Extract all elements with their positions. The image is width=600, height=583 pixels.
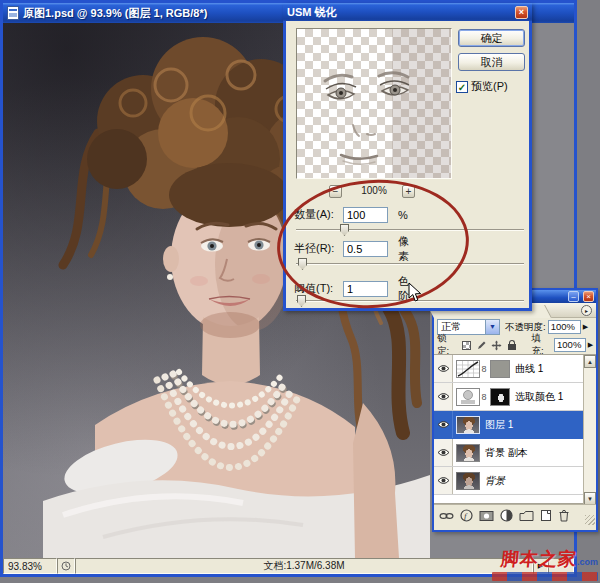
layer-row-selective-color[interactable]: 8 选取颜色 1 (434, 383, 596, 411)
radius-row: 半径(R): 像素 (294, 240, 334, 257)
visibility-eye-icon[interactable] (434, 355, 453, 382)
layer-name[interactable]: 选取颜色 1 (515, 390, 563, 404)
threshold-row: 阈值(T): 色阶 (294, 280, 333, 297)
lock-pixels-brush-icon[interactable] (476, 339, 488, 351)
add-layer-mask-icon[interactable] (479, 510, 494, 522)
scroll-up-icon[interactable]: ▲ (584, 355, 596, 368)
cancel-button[interactable]: 取消 (458, 53, 525, 71)
fill-slider-arrow-icon[interactable]: ▶ (588, 341, 593, 349)
lock-transparency-icon[interactable] (461, 339, 473, 351)
dialog-titlebar[interactable]: USM 锐化 × (283, 3, 532, 21)
amount-unit: % (398, 209, 408, 221)
lock-all-icon[interactable] (506, 339, 518, 351)
radius-input[interactable] (343, 241, 388, 257)
panel-resize-grip[interactable] (585, 515, 595, 525)
sharpen-preview[interactable] (296, 28, 452, 179)
preview-checkbox-row[interactable]: ✓ 预览(P) (456, 79, 508, 94)
document-size-field: 文档:1.37M/6.38M (75, 558, 533, 574)
layers-scrollbar[interactable]: ▲ ▼ (583, 355, 596, 505)
document-title: 原图1.psd @ 93.9% (图层 1, RGB/8*) (23, 6, 207, 21)
new-adjustment-layer-icon[interactable] (500, 509, 513, 522)
panel-menu-button[interactable]: ▸ (581, 305, 592, 316)
opacity-field[interactable]: 100% (548, 320, 581, 334)
preview-checkbox-label: 预览(P) (471, 79, 508, 94)
amount-slider-thumb[interactable] (340, 224, 349, 236)
lock-row: 锁定: 填充: 100% ▶ (434, 336, 596, 354)
fill-field[interactable]: 100% (554, 338, 586, 352)
status-icon-box (57, 558, 75, 574)
panel-close-button[interactable]: × (583, 291, 594, 302)
watermark: 脚本之家.com (492, 547, 598, 581)
usm-sharpen-dialog: USM 锐化 × − 100% + 确定 取消 ✓ (283, 3, 532, 311)
mask-link-icon[interactable]: 8 (480, 364, 488, 374)
layer-row-background[interactable]: 背景 (434, 467, 596, 495)
chevron-down-icon[interactable]: ▼ (485, 320, 499, 334)
preview-zoom-level: 100% (348, 185, 400, 196)
visibility-eye-icon[interactable] (434, 383, 453, 410)
layer-thumbnail[interactable] (456, 444, 480, 462)
threshold-slider-thumb[interactable] (297, 295, 306, 307)
curves-adjustment-thumbnail[interactable] (456, 360, 480, 378)
preview-zoom-in-button[interactable]: + (402, 185, 415, 198)
layer-mask-thumbnail[interactable] (490, 388, 510, 406)
layers-panel-toolbar: f (434, 504, 596, 526)
amount-row: 数量(A): % (294, 206, 334, 223)
layer-mask-thumbnail[interactable] (490, 360, 510, 378)
watermark-suffix: .com (577, 557, 598, 567)
layer-name[interactable]: 曲线 1 (515, 362, 543, 376)
dialog-close-button[interactable]: × (515, 6, 528, 19)
watermark-title: 脚本之家 (500, 547, 579, 571)
layers-panel: – × ▸ 正常 ▼ 不透明度: 100% ▶ 锁定: (432, 288, 598, 532)
preview-zoom-out-button[interactable]: − (329, 185, 342, 198)
layer-name[interactable]: 背景 副本 (485, 446, 528, 460)
zoom-level-value: 93.83% (8, 561, 42, 572)
layer-row-layer1-selected[interactable]: 图层 1 (434, 411, 596, 439)
layer-row-background-copy[interactable]: 背景 副本 (434, 439, 596, 467)
lock-position-move-icon[interactable] (491, 339, 503, 351)
visibility-eye-icon[interactable] (434, 439, 453, 466)
status-clock-icon (61, 561, 71, 571)
opacity-slider-arrow-icon[interactable]: ▶ (583, 323, 588, 331)
amount-slider[interactable] (296, 229, 524, 231)
photoshop-workspace: 原图1.psd @ 93.9% (图层 1, RGB/8*) (0, 0, 600, 583)
watermark-subtext-strip (492, 572, 598, 581)
psd-file-icon (7, 6, 19, 20)
amount-label: 数量(A): (294, 207, 334, 222)
dialog-title: USM 锐化 (287, 5, 337, 20)
layers-list: 8 曲线 1 8 选取颜色 1 (434, 354, 596, 504)
preview-checkbox[interactable]: ✓ (456, 81, 468, 93)
new-layer-icon[interactable] (540, 509, 552, 522)
radius-unit: 像素 (398, 234, 409, 264)
ok-button[interactable]: 确定 (458, 29, 525, 47)
visibility-eye-icon[interactable] (434, 411, 453, 438)
status-bar: 93.83% 文档:1.37M/6.38M ▶ (3, 558, 574, 574)
svg-text:f: f (464, 511, 468, 521)
layer-name[interactable]: 图层 1 (485, 418, 513, 432)
threshold-slider[interactable] (296, 300, 524, 302)
new-group-folder-icon[interactable] (519, 510, 534, 522)
amount-input[interactable] (343, 207, 388, 223)
zoom-level-field[interactable]: 93.83% (3, 558, 57, 574)
delete-layer-trash-icon[interactable] (558, 509, 570, 522)
layer-name[interactable]: 背景 (485, 474, 505, 488)
threshold-label: 阈值(T): (294, 281, 333, 296)
panel-minimize-button[interactable]: – (568, 291, 579, 302)
layer-thumbnail[interactable] (456, 472, 480, 490)
layer-thumbnail[interactable] (456, 416, 480, 434)
link-layers-icon[interactable] (439, 510, 454, 522)
threshold-input[interactable] (343, 281, 388, 297)
selective-color-thumbnail[interactable] (456, 388, 480, 406)
threshold-unit: 色阶 (398, 274, 409, 304)
radius-slider[interactable] (296, 263, 524, 265)
radius-label: 半径(R): (294, 241, 334, 256)
visibility-eye-icon[interactable] (434, 467, 453, 494)
mask-link-icon[interactable]: 8 (480, 392, 488, 402)
radius-slider-thumb[interactable] (298, 258, 307, 270)
document-size-value: 文档:1.37M/6.38M (263, 559, 344, 573)
layer-row-curves[interactable]: 8 曲线 1 (434, 355, 596, 383)
layer-style-icon[interactable]: f (460, 509, 473, 522)
blend-mode-row: 正常 ▼ 不透明度: 100% ▶ (434, 318, 596, 336)
preview-face-sketch (297, 29, 452, 179)
